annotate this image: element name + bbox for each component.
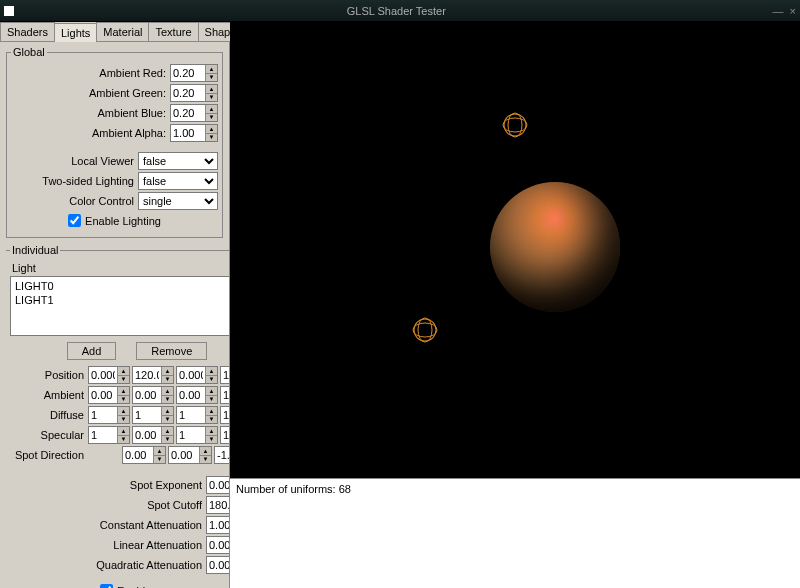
diffuse-label: Diffuse: [10, 409, 84, 421]
position-z-spinner[interactable]: ▲▼: [176, 366, 218, 384]
close-icon[interactable]: ×: [790, 5, 796, 17]
light-listbox[interactable]: LIGHT0 LIGHT1: [10, 276, 229, 336]
console-line: Number of uniforms: 68: [236, 483, 794, 495]
light-gizmo-icon: [412, 317, 438, 345]
two-sided-label: Two-sided Lighting: [42, 175, 134, 187]
light-list-label: Light: [12, 262, 229, 274]
spot-cutoff-label: Spot Cutoff: [147, 499, 202, 511]
color-control-select[interactable]: single: [138, 192, 218, 210]
spot-cutoff-spinner[interactable]: ▲▼: [206, 496, 229, 514]
spot-exp-spinner[interactable]: ▲▼: [206, 476, 229, 494]
tab-texture[interactable]: Texture: [148, 22, 198, 41]
spot-exp-label: Spot Exponent: [130, 479, 202, 491]
linear-att-spinner[interactable]: ▲▼: [206, 536, 229, 554]
position-y-spinner[interactable]: ▲▼: [132, 366, 174, 384]
console-output[interactable]: Number of uniforms: 68: [230, 478, 800, 588]
enable-checkbox[interactable]: [100, 584, 113, 588]
color-control-label: Color Control: [69, 195, 134, 207]
svg-point-3: [413, 323, 437, 337]
local-viewer-select[interactable]: false: [138, 152, 218, 170]
down-icon[interactable]: ▼: [205, 74, 217, 82]
individual-legend: Individual: [10, 244, 60, 256]
tab-bar: Shaders Lights Material Texture Shape: [0, 22, 229, 42]
position-x-spinner[interactable]: ▲▼: [88, 366, 130, 384]
shape-sphere: [490, 182, 620, 312]
two-sided-select[interactable]: false: [138, 172, 218, 190]
ambient-alpha-label: Ambient Alpha:: [92, 127, 166, 139]
svg-point-1: [508, 113, 522, 137]
list-item[interactable]: LIGHT1: [13, 293, 229, 307]
tab-material[interactable]: Material: [96, 22, 149, 41]
ambient-blue-label: Ambient Blue:: [98, 107, 166, 119]
enable-lighting-label: Enable Lighting: [85, 215, 161, 227]
remove-button[interactable]: Remove: [136, 342, 207, 360]
tab-shaders[interactable]: Shaders: [0, 22, 55, 41]
local-viewer-label: Local Viewer: [71, 155, 134, 167]
tab-lights[interactable]: Lights: [54, 23, 97, 42]
light-gizmo-icon: [502, 112, 528, 140]
up-icon[interactable]: ▲: [205, 65, 217, 74]
global-legend: Global: [11, 46, 47, 58]
const-att-spinner[interactable]: ▲▼: [206, 516, 229, 534]
ambient-red-label: Ambient Red:: [99, 67, 166, 79]
window-title: GLSL Shader Tester: [20, 5, 773, 17]
minimize-icon[interactable]: —: [773, 5, 784, 17]
window-controls: — ×: [773, 5, 796, 17]
ambient-blue-spinner[interactable]: ▲▼: [170, 104, 218, 122]
app-icon: [4, 6, 14, 16]
gl-viewport[interactable]: [230, 22, 800, 478]
enable-lighting-checkbox[interactable]: [68, 214, 81, 227]
const-att-label: Constant Attenuation: [100, 519, 202, 531]
ambient-label: Ambient: [10, 389, 84, 401]
position-w-spinner[interactable]: ▲▼: [220, 366, 229, 384]
svg-point-0: [503, 118, 527, 132]
individual-group: Individual Light LIGHT0 LIGHT1 Add Remov…: [6, 244, 229, 588]
ambient-green-spinner[interactable]: ▲▼: [170, 84, 218, 102]
panel-lights: Global Ambient Red:▲▼ Ambient Green:▲▼ A…: [0, 42, 229, 588]
linear-att-label: Linear Attenuation: [113, 539, 202, 551]
quad-att-label: Quadratic Attenuation: [96, 559, 202, 571]
add-button[interactable]: Add: [67, 342, 117, 360]
svg-point-4: [418, 318, 432, 342]
list-item[interactable]: LIGHT0: [13, 279, 229, 293]
ambient-green-label: Ambient Green:: [89, 87, 166, 99]
ambient-alpha-spinner[interactable]: ▲▼: [170, 124, 218, 142]
main-area: Number of uniforms: 68: [230, 22, 800, 588]
svg-point-2: [502, 112, 528, 138]
specular-label: Specular: [10, 429, 84, 441]
quad-att-spinner[interactable]: ▲▼: [206, 556, 229, 574]
position-label: Position: [10, 369, 84, 381]
sidebar: Shaders Lights Material Texture Shape Gl…: [0, 22, 230, 588]
spot-dir-label: Spot Direction: [10, 449, 84, 461]
global-group: Global Ambient Red:▲▼ Ambient Green:▲▼ A…: [6, 46, 223, 238]
enable-label: Enable: [117, 585, 151, 589]
svg-point-5: [412, 317, 438, 343]
titlebar: GLSL Shader Tester — ×: [0, 0, 800, 22]
ambient-red-spinner[interactable]: ▲▼: [170, 64, 218, 82]
